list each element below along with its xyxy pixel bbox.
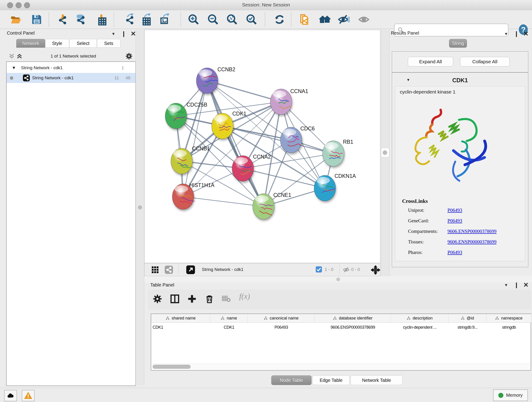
toolbar-separator (265, 12, 265, 27)
import-network-database-button[interactable] (75, 13, 87, 26)
save-session-button[interactable] (31, 13, 43, 26)
gene-name-heading: CDK1 (392, 77, 528, 84)
import-table-file-button[interactable] (95, 13, 107, 26)
expand-all-networks-icon[interactable] (16, 53, 23, 61)
results-buttons-box: Expand All Collapse All (392, 51, 528, 72)
network-collection-row[interactable]: ▼ String Network - cdk1 1 (7, 63, 135, 73)
expand-all-button[interactable]: Expand All (408, 57, 453, 66)
memory-button[interactable]: Memory (493, 389, 528, 401)
left-splitter-handle[interactable] (138, 205, 142, 210)
apply-layout-button[interactable] (273, 13, 285, 26)
collection-expand-icon[interactable]: ▼ (12, 65, 16, 70)
control-panel-float-icon[interactable] (123, 32, 124, 37)
show-columns-icon[interactable] (170, 294, 181, 305)
open-session-button[interactable] (10, 13, 22, 26)
tab-network-table[interactable]: Network Table (351, 375, 403, 385)
export-network-button[interactable] (123, 13, 135, 26)
table-settings-gear-icon[interactable] (152, 294, 164, 305)
collection-count: 1 (121, 65, 124, 70)
column-header-shared-name[interactable]: shared name (151, 314, 210, 323)
export-network-icon (123, 13, 135, 26)
table-cell[interactable]: P06493 (248, 323, 315, 332)
column-header-description[interactable]: description (391, 314, 449, 323)
results-tab-string[interactable]: String (449, 39, 467, 48)
birds-eye-view-icon[interactable] (371, 265, 380, 275)
duplicate-network-button[interactable] (299, 13, 311, 26)
search-input[interactable] (406, 25, 506, 35)
table-cell[interactable]: stringdb:9... (449, 323, 486, 332)
export-table-button[interactable] (141, 13, 152, 26)
table-hscrollbar-thumb[interactable] (152, 365, 191, 369)
string-eye-icon (358, 13, 370, 26)
table-cell[interactable]: cyclin-dependent ... (391, 323, 449, 332)
network-canvas[interactable]: CCNB2CCNA1CDC25BCDK1CDC6RB1CCNB1CCNA2CDK… (144, 30, 380, 263)
cloud-status-button[interactable] (4, 390, 17, 401)
horizontal-splitter[interactable] (144, 276, 532, 282)
crosslink-label: Compartments: (408, 229, 438, 234)
table-panel-menu-icon[interactable]: ▾ (505, 282, 507, 288)
collapse-all-networks-icon[interactable] (8, 53, 15, 61)
right-splitter[interactable] (381, 30, 389, 276)
warnings-button[interactable] (22, 390, 35, 401)
string-eye-slash-button[interactable] (338, 13, 350, 26)
horizontal-splitter-handle[interactable] (336, 278, 340, 281)
left-splitter[interactable] (136, 30, 144, 385)
network-options-gear-icon[interactable] (125, 52, 133, 61)
string-view-icon[interactable] (165, 266, 173, 274)
detach-view-icon[interactable] (186, 265, 195, 274)
tab-node-table[interactable]: Node Table (271, 375, 312, 385)
window-title: Session: New Session (0, 2, 532, 7)
export-image-button[interactable] (159, 13, 171, 26)
import-table-file-icon (95, 13, 107, 26)
crosslink-link[interactable]: P06493 (447, 207, 462, 213)
crosslink-link[interactable]: P06493 (447, 218, 462, 224)
zoom-out-button[interactable] (207, 13, 219, 26)
create-column-plus-icon[interactable] (187, 294, 198, 305)
table-panel-float-icon[interactable] (516, 283, 517, 288)
tab-sets[interactable]: Sets (97, 39, 120, 48)
column-header-database-identifier[interactable]: database identifier (315, 314, 391, 323)
table-cell[interactable]: CDK1 (151, 323, 210, 332)
toolbar-separator (114, 12, 114, 27)
zoom-selected-button[interactable] (246, 13, 258, 26)
crosslink-link[interactable]: 9606.ENSP00000378699 (447, 239, 496, 245)
column-header-name[interactable]: name (210, 314, 248, 323)
tab-select[interactable]: Select (69, 39, 97, 48)
crosslink-row: Uniprot:P06493 (408, 207, 523, 213)
column-header--id[interactable]: @id (449, 314, 486, 323)
results-panel-float-icon[interactable] (516, 32, 517, 37)
table-hscrollbar[interactable] (152, 364, 530, 370)
hidden-eye-slash-icon[interactable] (343, 266, 350, 274)
string-homes-button[interactable] (319, 13, 331, 26)
crosslink-link[interactable]: 9606.ENSP00000378699 (447, 229, 496, 234)
results-panel-menu-icon[interactable]: ▾ (505, 31, 507, 36)
crosslink-link[interactable]: P06493 (447, 249, 462, 255)
crosslink-label: Uniprot: (408, 207, 424, 213)
tab-edge-table[interactable]: Edge Table (312, 375, 350, 385)
node-table[interactable]: shared namenamecanonical namedatabase id… (151, 313, 531, 370)
delete-table-icon[interactable] (222, 294, 233, 305)
selected-nodes-checkbox-icon[interactable] (316, 266, 322, 273)
import-network-file-button[interactable] (56, 13, 68, 26)
show-grid-icon[interactable] (152, 266, 159, 274)
control-panel-close-icon[interactable] (131, 32, 135, 37)
tab-style[interactable]: Style (45, 39, 69, 48)
zoom-fit-button[interactable] (226, 13, 238, 26)
network-row-selected[interactable]: String Network - cdk1 11 48 (7, 73, 135, 83)
collapse-all-button[interactable]: Collapse All (460, 57, 510, 66)
right-splitter-handle[interactable] (383, 150, 387, 155)
column-header-canonical-name[interactable]: canonical name (248, 314, 315, 323)
table-cell[interactable]: stringdb (486, 323, 532, 332)
delete-column-trash-icon[interactable] (204, 294, 216, 305)
table-panel-close-icon[interactable] (524, 283, 528, 288)
table-cell[interactable]: 9606.ENSP00000378699 (315, 323, 391, 332)
string-eye-button[interactable] (358, 13, 370, 26)
table-cell[interactable]: CDK1 (210, 323, 248, 332)
column-header-namespace[interactable]: namespace (486, 314, 532, 323)
tab-network[interactable]: Network (16, 39, 45, 48)
function-builder-icon[interactable]: f(x) (239, 292, 251, 303)
control-panel-menu-icon[interactable]: ▾ (112, 31, 114, 36)
toolbar-separator (49, 12, 49, 27)
results-panel-close-icon[interactable] (524, 32, 528, 37)
zoom-in-button[interactable] (188, 13, 200, 26)
